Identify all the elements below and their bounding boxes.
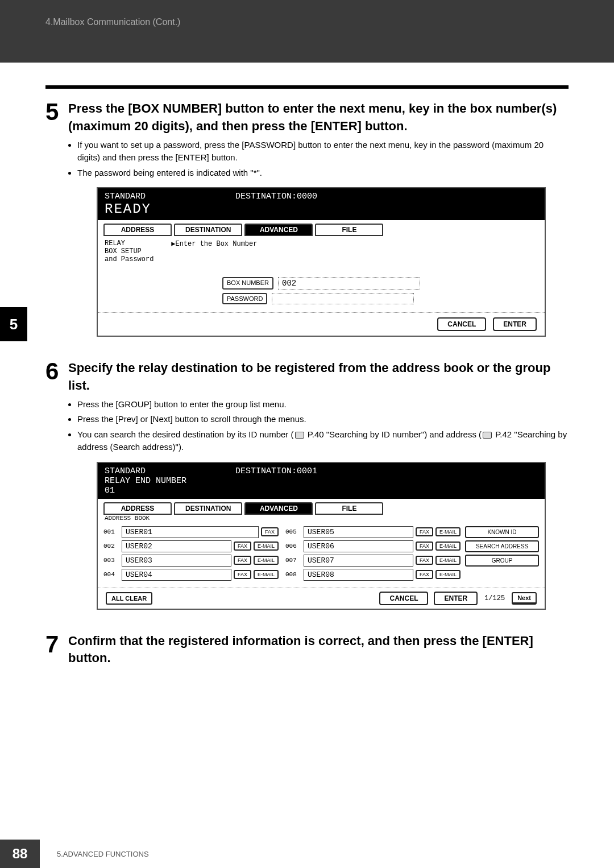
fax-button[interactable]: FAX [234, 570, 251, 579]
relay-box-setup-label: RELAY BOX SETUP [105, 239, 167, 255]
page-content: 5 Press the [BOX NUMBER] button to enter… [0, 63, 614, 671]
enter-button[interactable]: ENTER [493, 317, 537, 331]
tab-destination[interactable]: DESTINATION [174, 224, 242, 236]
mode-label: STANDARD [105, 466, 235, 476]
tab-bar: ADDRESS DESTINATION ADVANCED FILE [98, 220, 545, 236]
group-button[interactable]: GROUP [465, 555, 539, 567]
bullet: The password being entered is indicated … [77, 167, 569, 180]
addr-name[interactable]: USER05 [304, 526, 413, 538]
addr-id: 003 [103, 557, 119, 564]
addr-name[interactable]: USER02 [122, 540, 231, 552]
bullet: Press the [GROUP] button to enter the gr… [77, 398, 569, 411]
manual-icon [295, 432, 304, 439]
email-button[interactable]: E-MAIL [435, 570, 460, 579]
action-row: ALL CLEAR CANCEL ENTER 1/125 Next [98, 588, 545, 609]
address-book-label: ADDRESS BOOK [98, 515, 545, 524]
email-button[interactable]: E-MAIL [254, 556, 279, 565]
addr-name[interactable]: USER03 [122, 555, 231, 567]
section-rule [45, 85, 569, 89]
manual-icon [483, 432, 492, 439]
addr-name[interactable]: USER08 [304, 569, 413, 581]
mode-label: STANDARD [105, 192, 235, 201]
bullet-text-a: You can search the desired destination b… [77, 429, 294, 439]
cancel-button[interactable]: CANCEL [437, 317, 486, 331]
addr-name[interactable]: USER06 [304, 540, 413, 552]
addr-name[interactable]: USER07 [304, 555, 413, 567]
screen-header: STANDARD DESTINATION:0000 READY [98, 188, 545, 220]
fax-button[interactable]: FAX [416, 527, 433, 536]
email-button[interactable]: E-MAIL [254, 570, 279, 579]
password-button[interactable]: PASSWORD [222, 293, 267, 304]
fax-button[interactable]: FAX [234, 556, 251, 565]
fax-button[interactable]: FAX [234, 542, 251, 551]
box-number-row: BOX NUMBER 002 PASSWORD [98, 269, 545, 312]
bullet: If you want to set up a password, press … [77, 139, 569, 164]
breadcrumb: 4.Mailbox Communication (Cont.) [45, 17, 569, 27]
enter-button[interactable]: ENTER [434, 592, 478, 605]
tab-bar: ADDRESS DESTINATION ADVANCED FILE [98, 499, 545, 515]
addr-id: 001 [103, 528, 119, 535]
addr-id: 008 [285, 571, 301, 578]
email-button[interactable]: E-MAIL [435, 542, 460, 551]
tab-address[interactable]: ADDRESS [103, 502, 172, 515]
step-heading: Press the [BOX NUMBER] button to enter t… [68, 100, 569, 135]
bullet-text-b: P.40 "Searching by ID number") and addre… [305, 429, 482, 439]
address-row: 006 USER06 FAX E-MAIL [285, 540, 460, 552]
tab-destination[interactable]: DESTINATION [174, 502, 242, 515]
fax-button[interactable]: FAX [416, 556, 433, 565]
tab-file[interactable]: FILE [315, 502, 383, 515]
password-field[interactable] [272, 293, 414, 304]
fax-button[interactable]: FAX [416, 570, 433, 579]
chapter-side-tab: 5 [0, 307, 27, 341]
lcd-screenshot-1: STANDARD DESTINATION:0000 READY ADDRESS … [97, 187, 546, 337]
addr-id: 007 [285, 557, 301, 564]
chapter-label: 5.ADVANCED FUNCTIONS [57, 850, 149, 858]
email-button[interactable]: E-MAIL [254, 542, 279, 551]
tab-advanced[interactable]: ADVANCED [244, 224, 313, 236]
known-id-button[interactable]: KNOWN ID [465, 526, 539, 538]
addr-name[interactable]: USER01 [122, 526, 259, 538]
page-header: 4.Mailbox Communication (Cont.) [0, 0, 614, 63]
addr-name[interactable]: USER04 [122, 569, 231, 581]
addr-id: 006 [285, 543, 301, 549]
ready-label: READY [105, 201, 538, 217]
destination-count: DESTINATION:0000 [235, 192, 317, 201]
step-7: 7 Confirm that the registered informatio… [45, 633, 569, 671]
fax-button[interactable]: FAX [261, 527, 279, 536]
bullet: Press the [Prev] or [Next] button to scr… [77, 413, 569, 426]
step-5: 5 Press the [BOX NUMBER] button to enter… [45, 100, 569, 342]
all-clear-button[interactable]: ALL CLEAR [106, 592, 152, 605]
step-number: 7 [45, 633, 68, 671]
cancel-button[interactable]: CANCEL [379, 592, 428, 605]
addr-id: 002 [103, 543, 119, 549]
email-button[interactable]: E-MAIL [435, 527, 460, 536]
next-button[interactable]: Next [512, 592, 537, 605]
tab-file[interactable]: FILE [315, 224, 383, 236]
box-number-field[interactable]: 002 [278, 277, 420, 290]
relay-end-label: RELAY END NUMBER [105, 476, 538, 486]
addr-id: 005 [285, 528, 301, 535]
address-row: 005 USER05 FAX E-MAIL [285, 526, 460, 538]
step-6: 6 Specify the relay destination to be re… [45, 359, 569, 615]
tab-advanced[interactable]: ADVANCED [244, 502, 313, 515]
search-address-button[interactable]: SEARCH ADDRESS [465, 540, 539, 552]
address-row: 002 USER02 FAX E-MAIL [103, 540, 279, 552]
tab-address[interactable]: ADDRESS [103, 224, 172, 236]
email-button[interactable]: E-MAIL [435, 556, 460, 565]
address-column-left: 001 USER01 FAX 002 USER02 FAX E-MAIL [103, 526, 279, 583]
address-column-right: 005 USER05 FAX E-MAIL 006 USER06 FAX E-M… [285, 526, 460, 583]
step-bullets: If you want to set up a password, press … [68, 139, 569, 180]
side-buttons: KNOWN ID SEARCH ADDRESS GROUP [465, 526, 539, 583]
address-book-table: 001 USER01 FAX 002 USER02 FAX E-MAIL [98, 524, 545, 588]
screen-header: STANDARD DESTINATION:0001 RELAY END NUMB… [98, 463, 545, 499]
action-row: CANCEL ENTER [98, 312, 545, 336]
box-number-button[interactable]: BOX NUMBER [222, 277, 273, 290]
relay-end-number: 01 [105, 486, 538, 495]
destination-count: DESTINATION:0001 [235, 466, 317, 476]
step-body: Confirm that the registered information … [68, 633, 569, 671]
step-body: Specify the relay destination to be regi… [68, 359, 569, 615]
fax-button[interactable]: FAX [416, 542, 433, 551]
address-row: 008 USER08 FAX E-MAIL [285, 569, 460, 581]
step-heading: Confirm that the registered information … [68, 633, 569, 668]
step-heading: Specify the relay destination to be regi… [68, 359, 569, 395]
